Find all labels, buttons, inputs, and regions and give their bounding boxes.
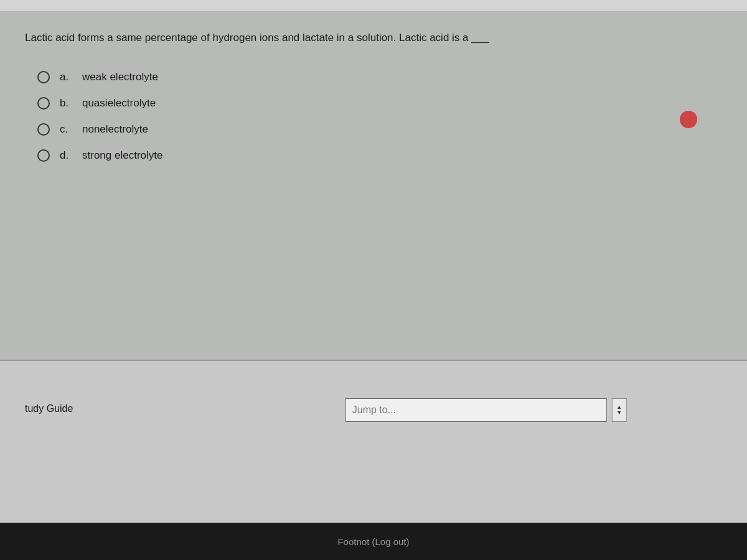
option-b-row[interactable]: b. quasielectrolyte	[37, 97, 722, 110]
radio-a[interactable]	[37, 71, 50, 83]
radio-c[interactable]	[37, 123, 50, 136]
radio-d[interactable]	[37, 149, 50, 162]
option-d-row[interactable]: d. strong electrolyte	[37, 149, 722, 162]
arrow-down-icon: ▼	[616, 410, 622, 416]
option-c-row[interactable]: c. nonelectrolyte	[37, 123, 722, 136]
page-wrapper: Lactic acid forms a same percentage of h…	[0, 0, 747, 560]
jump-to-arrows[interactable]: ▲ ▼	[612, 398, 627, 422]
question-text: Lactic acid forms a same percentage of h…	[25, 30, 722, 46]
option-a-text: weak electrolyte	[82, 71, 158, 83]
option-b-letter: b.	[60, 97, 72, 110]
bottom-area: tudy Guide ▲ ▼	[0, 361, 747, 498]
radio-b[interactable]	[37, 97, 50, 110]
option-c-text: nonelectrolyte	[82, 123, 148, 136]
jump-to-input[interactable]	[345, 398, 607, 422]
study-guide-label: tudy Guide	[25, 403, 73, 414]
option-d-text: strong electrolyte	[82, 149, 162, 162]
options-container: a. weak electrolyte b. quasielectrolyte …	[37, 71, 722, 162]
option-c-letter: c.	[60, 123, 72, 136]
option-a-row[interactable]: a. weak electrolyte	[37, 71, 722, 83]
footer-bar: Footnot (Log out)	[0, 523, 747, 560]
red-dot-indicator	[680, 111, 697, 128]
main-content: Lactic acid forms a same percentage of h…	[0, 11, 747, 360]
option-b-text: quasielectrolyte	[82, 97, 156, 110]
option-d-letter: d.	[60, 149, 72, 162]
top-bar	[0, 0, 747, 11]
jump-to-container: ▲ ▼	[345, 398, 627, 422]
footer-text: Footnot (Log out)	[337, 536, 409, 547]
option-a-letter: a.	[60, 71, 72, 83]
